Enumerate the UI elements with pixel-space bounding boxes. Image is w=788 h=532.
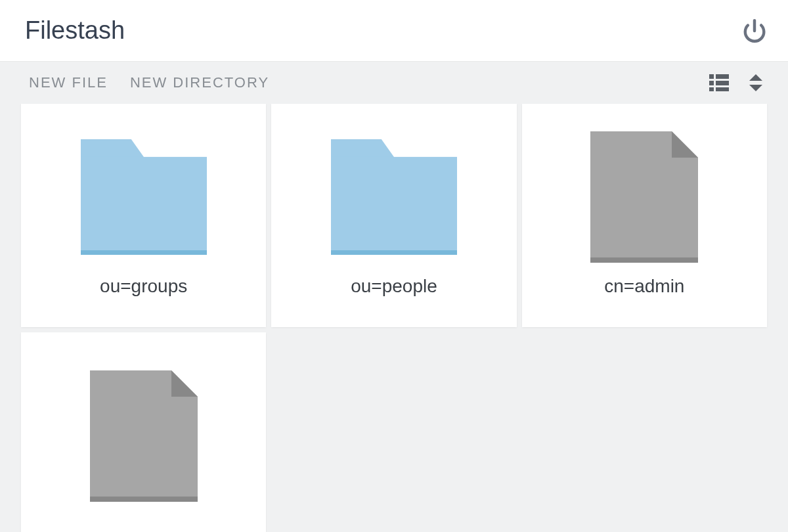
item-label: ou=people [351, 276, 437, 313]
svg-marker-7 [749, 74, 762, 81]
svg-rect-11 [81, 250, 207, 255]
new-directory-button[interactable]: NEW DIRECTORY [130, 74, 269, 91]
svg-marker-19 [171, 370, 198, 397]
svg-marker-16 [672, 131, 698, 158]
svg-rect-4 [716, 81, 729, 85]
file-item[interactable] [21, 332, 266, 532]
list-view-icon[interactable] [709, 74, 729, 91]
svg-rect-20 [90, 497, 198, 502]
app-header: Filestash [0, 0, 788, 62]
toolbar-right [709, 74, 763, 92]
folder-icon [331, 118, 457, 276]
folder-icon [81, 118, 207, 276]
svg-rect-6 [716, 87, 729, 91]
item-label: cn=admin [604, 276, 684, 313]
file-item[interactable]: cn=admin [522, 104, 767, 327]
svg-rect-1 [709, 74, 714, 79]
file-grid: ou=groups ou=people cn=admin [21, 104, 767, 532]
folder-item[interactable]: ou=people [271, 104, 516, 327]
content-area: ou=groups ou=people cn=admin [0, 104, 788, 532]
toolbar: NEW FILE NEW DIRECTORY [0, 62, 788, 104]
svg-rect-13 [331, 157, 457, 250]
svg-rect-5 [709, 87, 714, 91]
sort-icon[interactable] [749, 74, 763, 92]
svg-marker-12 [331, 139, 394, 157]
file-icon [90, 357, 198, 515]
svg-rect-10 [81, 157, 207, 250]
svg-marker-9 [81, 139, 144, 157]
svg-marker-8 [749, 85, 762, 91]
svg-rect-17 [590, 257, 698, 263]
svg-rect-14 [331, 250, 457, 255]
svg-rect-2 [716, 74, 729, 79]
toolbar-left: NEW FILE NEW DIRECTORY [29, 74, 269, 91]
app-title: Filestash [25, 16, 125, 45]
new-file-button[interactable]: NEW FILE [29, 74, 108, 91]
file-icon [590, 118, 698, 276]
svg-rect-3 [709, 81, 714, 85]
folder-item[interactable]: ou=groups [21, 104, 266, 327]
item-label: ou=groups [100, 276, 187, 313]
power-icon[interactable] [742, 18, 767, 43]
